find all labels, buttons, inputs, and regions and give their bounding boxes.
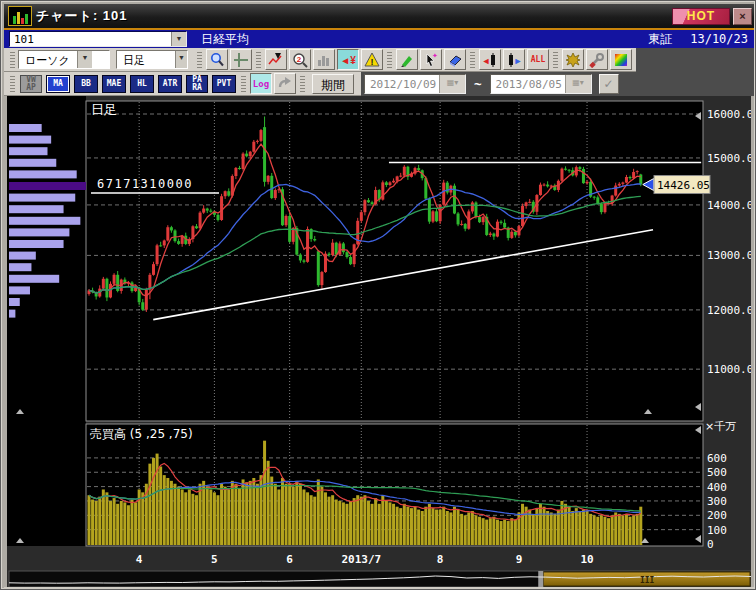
hot-button[interactable]: HOT: [672, 8, 730, 25]
settings-tool-button[interactable]: [586, 49, 608, 70]
candle-arrow-right-icon: ►: [506, 52, 522, 68]
svg-text:×千万: ×千万: [705, 420, 736, 433]
drag-grip-icon[interactable]: [241, 76, 246, 92]
crosshair-button[interactable]: [230, 49, 252, 70]
date-to-field[interactable]: 2013/08/05 ▦▾: [490, 74, 592, 94]
drag-grip-icon[interactable]: [197, 52, 202, 68]
svg-text:◄¥: ◄¥: [340, 55, 356, 66]
window-title: チャート: 101: [36, 7, 128, 25]
date-from-field[interactable]: 2012/10/09 ▦▾: [364, 74, 466, 94]
show-all-button[interactable]: ALL: [527, 49, 549, 70]
date-from-value[interactable]: 2012/10/09: [365, 77, 439, 92]
eraser-button[interactable]: [444, 49, 466, 70]
svg-text:5: 5: [211, 553, 218, 566]
price-width-button[interactable]: ◄¥: [337, 49, 359, 70]
chart-canvas[interactable]: 16000.0015000.0014000.0013000.0012000.00…: [7, 96, 751, 587]
svg-text:67171310000: 67171310000: [97, 177, 193, 191]
calendar-icon[interactable]: ▦▾: [565, 75, 591, 93]
calendar-icon[interactable]: ▦▾: [439, 75, 465, 93]
apply-period-button[interactable]: ✓: [599, 74, 619, 94]
svg-text:16000.00: 16000.00: [707, 108, 751, 121]
symbol-code-combo[interactable]: 101 ▼: [9, 31, 187, 47]
svg-text:600: 600: [707, 452, 727, 465]
drag-grip-icon[interactable]: [10, 76, 15, 92]
indicator-vwap-button[interactable]: VWAP: [20, 75, 42, 93]
crosshair-icon: [233, 52, 249, 68]
navigator-handle[interactable]: [538, 571, 543, 587]
timeframe-value[interactable]: 日足: [117, 51, 175, 68]
burst-icon: [565, 52, 581, 68]
drag-grip-icon[interactable]: [553, 52, 558, 68]
indicator-para-button[interactable]: PARA: [186, 75, 208, 93]
indicator-bb-button[interactable]: BB: [74, 75, 98, 93]
drag-grip-icon[interactable]: [470, 52, 475, 68]
chevron-down-icon[interactable]: ▼: [175, 51, 187, 68]
timeframe-combo[interactable]: 日足 ▼: [116, 50, 188, 69]
draw-pencil-button[interactable]: [396, 49, 418, 70]
cursor-icon: ✦: [423, 52, 439, 68]
chart-type-combo[interactable]: ローソク ▼: [18, 50, 110, 69]
svg-text:!: !: [371, 57, 374, 67]
svg-text:►: ►: [514, 56, 522, 66]
toolbar-main: ローソク ▼ 日足 ▼ 2 ◄¥ ! ✦ ◄ ► ALL: [4, 48, 754, 72]
svg-text:2: 2: [297, 55, 302, 64]
indicator-pvt-button[interactable]: PVT: [212, 75, 236, 93]
pencil-icon: [399, 52, 415, 68]
drag-grip-icon[interactable]: [256, 52, 261, 68]
search-icon: [209, 52, 225, 68]
date-range-separator: ~: [474, 77, 482, 92]
indicator-ma-button[interactable]: MA: [46, 75, 70, 93]
zoom-button[interactable]: [206, 49, 228, 70]
indicator-hl-button[interactable]: HL: [130, 75, 154, 93]
yen-arrows-icon: ◄¥: [340, 52, 356, 68]
burst-button[interactable]: [562, 49, 584, 70]
chart-marker-button[interactable]: [265, 49, 287, 70]
svg-text:4: 4: [136, 553, 143, 566]
redo-button[interactable]: [274, 73, 296, 94]
drag-grip-icon[interactable]: [387, 52, 392, 68]
warning-icon: !: [364, 52, 380, 68]
log-scale-button[interactable]: Log: [250, 73, 272, 94]
chevron-down-icon[interactable]: ▼: [171, 32, 186, 46]
symbol-name: 日経平均: [201, 31, 249, 48]
svg-text:100: 100: [707, 524, 727, 537]
chevron-down-icon[interactable]: ▼: [77, 51, 92, 68]
rainbow-icon: [613, 52, 629, 68]
drag-grip-icon[interactable]: [300, 76, 305, 92]
svg-text:400: 400: [707, 481, 727, 494]
wrench-icon: [589, 52, 605, 68]
alert-button[interactable]: !: [361, 49, 383, 70]
svg-text:14000.00: 14000.00: [707, 199, 751, 212]
zoom-number-button[interactable]: 2: [289, 49, 311, 70]
svg-text:13000.00: 13000.00: [707, 249, 751, 262]
indicator-mae-button[interactable]: MAE: [102, 75, 126, 93]
date-to-value[interactable]: 2013/08/05: [491, 77, 565, 92]
close-icon[interactable]: ×: [733, 8, 752, 25]
candle-widen-button[interactable]: ►: [503, 49, 525, 70]
symbol-code-value[interactable]: 101: [10, 32, 171, 46]
histogram-icon: [316, 52, 332, 68]
drag-grip-icon[interactable]: [10, 52, 15, 68]
candle-narrow-button[interactable]: ◄: [479, 49, 501, 70]
exchange-label: 東証: [648, 31, 672, 48]
svg-text:8: 8: [437, 553, 444, 566]
svg-text:15000.00: 15000.00: [707, 152, 751, 165]
period-button[interactable]: 期間: [312, 74, 354, 94]
svg-text:◄: ◄: [482, 56, 490, 66]
eraser-icon: [447, 52, 463, 68]
svg-text:10: 10: [580, 553, 593, 566]
svg-text:9: 9: [516, 553, 523, 566]
histogram-button[interactable]: [313, 49, 335, 70]
indicator-atr-button[interactable]: ATR: [158, 75, 182, 93]
chart-type-value[interactable]: ローソク: [19, 51, 77, 68]
info-bar: 101 ▼ 日経平均 東証 13/10/23: [4, 30, 754, 48]
app-chart-icon: [8, 6, 32, 26]
title-bar[interactable]: チャート: 101 HOT ×: [4, 4, 754, 28]
svg-text:300: 300: [707, 495, 727, 508]
svg-text:11000.00: 11000.00: [707, 363, 751, 376]
numbered-search-icon: 2: [292, 52, 308, 68]
palette-button[interactable]: [610, 49, 632, 70]
chart-backgrounds: [7, 96, 703, 546]
svg-text:14426.05: 14426.05: [657, 179, 710, 192]
select-cursor-button[interactable]: ✦: [420, 49, 442, 70]
